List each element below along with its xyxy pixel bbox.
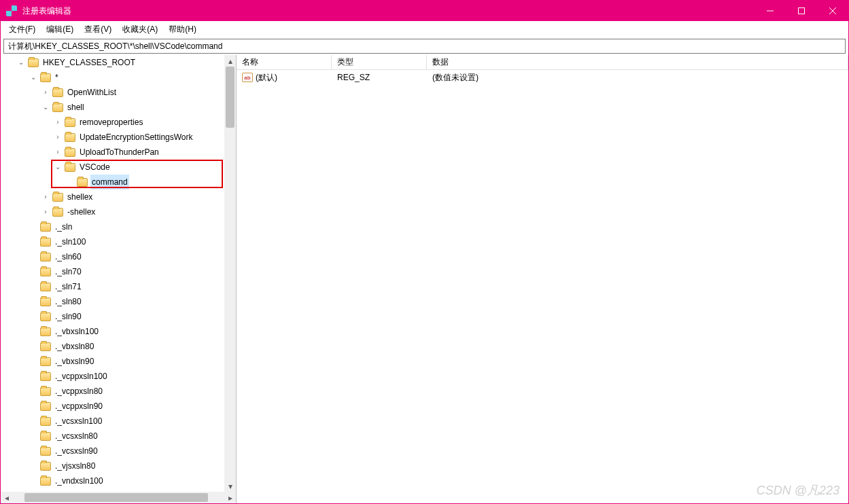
scroll-down-icon[interactable]: ▾	[224, 480, 236, 492]
column-data[interactable]: 数据	[427, 55, 848, 69]
chevron-down-icon[interactable]: ⌄	[17, 55, 25, 70]
folder-icon	[40, 402, 51, 411]
folder-icon	[40, 477, 51, 486]
tree-key-7[interactable]: ·._vbxsln100	[5, 324, 236, 339]
scroll-left-icon[interactable]: ◂	[1, 492, 12, 503]
column-type[interactable]: 类型	[332, 55, 427, 69]
menu-file[interactable]: 文件(F)	[3, 22, 41, 37]
tree-vscode[interactable]: ⌄VSCode	[5, 160, 236, 175]
hscroll-thumb[interactable]	[24, 493, 208, 502]
tree-item-label: -shellex	[66, 204, 97, 219]
tree-key-11[interactable]: ·._vcppxsln80	[5, 384, 236, 399]
folder-icon	[40, 462, 51, 471]
menu-edit[interactable]: 编辑(E)	[41, 22, 79, 37]
tree-neg-shellex[interactable]: ›-shellex	[5, 204, 236, 219]
folder-icon	[40, 447, 51, 456]
tree-item-label: ._vcsxsln80	[54, 429, 99, 444]
column-name[interactable]: 名称	[237, 55, 332, 69]
tree-key-16[interactable]: ·._vjsxsln80	[5, 458, 236, 473]
close-button[interactable]	[817, 1, 848, 21]
tree-item-label: ._sln71	[54, 279, 83, 294]
folder-icon	[77, 178, 88, 187]
folder-icon	[52, 193, 63, 202]
horizontal-scrollbar[interactable]: ◂ ▸	[1, 492, 236, 503]
tree-uploadthunder[interactable]: ›UploadToThunderPan	[5, 145, 236, 160]
tree-key-8[interactable]: ·._vbxsln80	[5, 339, 236, 354]
minimize-button[interactable]	[755, 1, 786, 21]
menu-view[interactable]: 查看(V)	[79, 22, 117, 37]
tree-item-label: *	[54, 70, 60, 85]
chevron-down-icon[interactable]: ⌄	[41, 100, 50, 115]
tree-item-label: ._sln80	[54, 294, 83, 309]
list-header: 名称 类型 数据	[237, 55, 848, 70]
vscroll-thumb[interactable]	[226, 67, 235, 128]
folder-icon	[40, 283, 51, 291]
tree-shellex[interactable]: ›shellex	[5, 190, 236, 204]
tree-key-14[interactable]: ·._vcsxsln80	[5, 429, 236, 444]
tree-key-0[interactable]: ·._sln	[5, 219, 236, 234]
tree-key-5[interactable]: ·._sln80	[5, 294, 236, 309]
tree-item-label: ._vcppxsln100	[54, 369, 109, 384]
tree-key-4[interactable]: ·._sln71	[5, 279, 236, 294]
vertical-scrollbar[interactable]: ▴ ▾	[224, 55, 236, 492]
tree-removeproperties[interactable]: ›removeproperties	[5, 115, 236, 130]
tree-star[interactable]: ⌄*	[5, 70, 236, 85]
tree-item-label: ._sln90	[54, 309, 83, 324]
value-row[interactable]: ab (默认) REG_SZ (数值未设置)	[237, 70, 848, 85]
chevron-right-icon[interactable]: ›	[54, 115, 62, 130]
folder-icon	[40, 357, 51, 366]
chevron-right-icon[interactable]: ›	[41, 85, 50, 100]
menu-help[interactable]: 帮助(H)	[163, 22, 202, 37]
folder-icon	[40, 298, 51, 306]
tree-updateencryption[interactable]: ›UpdateEncryptionSettingsWork	[5, 130, 236, 145]
chevron-right-icon[interactable]: ›	[41, 190, 50, 204]
chevron-down-icon[interactable]: ⌄	[29, 70, 37, 85]
folder-icon	[40, 372, 51, 381]
menu-favorites[interactable]: 收藏夹(A)	[117, 22, 163, 37]
maximize-button[interactable]	[786, 1, 817, 21]
tree-key-13[interactable]: ·._vcsxsln100	[5, 414, 236, 429]
tree-hkcr[interactable]: ⌄HKEY_CLASSES_ROOT	[5, 55, 236, 70]
chevron-right-icon[interactable]: ›	[54, 130, 62, 145]
tree-item-label: VSCode	[78, 160, 111, 175]
chevron-down-icon[interactable]: ⌄	[54, 160, 62, 175]
tree-item-label: ._vcsxsln100	[54, 414, 103, 429]
tree-item-label: removeproperties	[78, 115, 144, 130]
folder-icon	[65, 133, 75, 142]
tree-key-12[interactable]: ·._vcppxsln90	[5, 399, 236, 414]
title-bar: 注册表编辑器	[1, 1, 848, 21]
tree-key-2[interactable]: ·._sln60	[5, 249, 236, 264]
tree-item-label: ._sln60	[54, 249, 83, 264]
tree-item-label: ._vjsxsln80	[54, 458, 97, 473]
tree-command[interactable]: ·command	[5, 175, 236, 190]
svg-rect-0	[799, 8, 805, 14]
folder-icon	[40, 387, 51, 396]
tree-key-15[interactable]: ·._vcsxsln90	[5, 444, 236, 458]
folder-icon	[40, 327, 51, 336]
chevron-right-icon[interactable]: ›	[54, 145, 62, 160]
tree-item-label: OpenWithList	[66, 85, 118, 100]
address-bar[interactable]: 计算机\HKEY_CLASSES_ROOT\*\shell\VSCode\com…	[3, 39, 846, 54]
tree-key-9[interactable]: ·._vbxsln90	[5, 354, 236, 369]
tree-item-label: ._sln70	[54, 264, 83, 279]
tree-item-label: ._vbxsln100	[54, 324, 100, 339]
tree-key-6[interactable]: ·._sln90	[5, 309, 236, 324]
folder-icon	[40, 73, 51, 82]
tree-item-label: ._sln100	[54, 234, 87, 249]
window-title: 注册表编辑器	[22, 5, 71, 17]
folder-icon	[40, 253, 51, 262]
value-name: (默认)	[256, 72, 277, 84]
folder-icon	[52, 88, 63, 97]
tree-key-17[interactable]: ·._vndxsln100	[5, 473, 236, 488]
chevron-right-icon[interactable]: ›	[41, 204, 50, 219]
scroll-up-icon[interactable]: ▴	[224, 55, 236, 67]
scroll-right-icon[interactable]: ▸	[224, 492, 236, 503]
tree-key-3[interactable]: ·._sln70	[5, 264, 236, 279]
tree-item-label: ._vcsxsln90	[54, 444, 99, 458]
tree-item-label: UploadToThunderPan	[78, 145, 160, 160]
folder-icon	[40, 223, 51, 232]
tree-key-10[interactable]: ·._vcppxsln100	[5, 369, 236, 384]
tree-key-1[interactable]: ·._sln100	[5, 234, 236, 249]
tree-shell[interactable]: ⌄shell	[5, 100, 236, 115]
tree-openwithlist[interactable]: ›OpenWithList	[5, 85, 236, 100]
